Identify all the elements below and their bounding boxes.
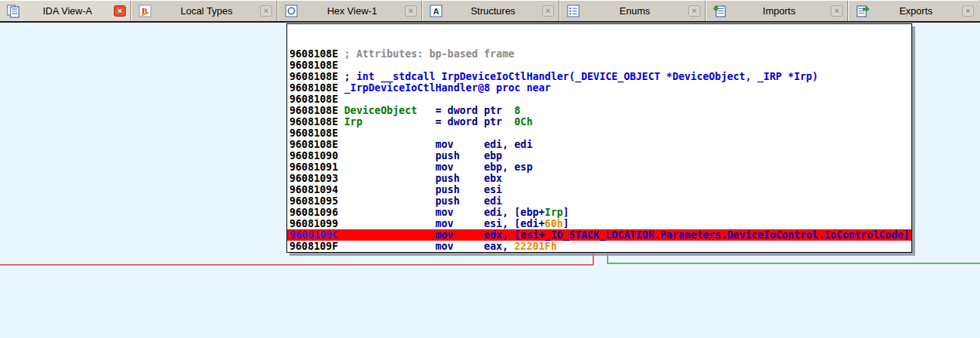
asm-segment: = dword ptr — [363, 116, 515, 128]
asm-line[interactable]: 96081095 push edi — [289, 195, 911, 207]
enums-icon — [566, 4, 581, 19]
asm-segment: push esi — [338, 184, 503, 195]
asm-line[interactable]: 96081093 push ebx — [289, 173, 911, 184]
asm-line[interactable]: 9608108E Irp = dword ptr 0Ch — [289, 116, 911, 128]
asm-line[interactable]: 96081090 push ebp — [289, 150, 911, 161]
tab-imports[interactable]: Imports × — [706, 0, 848, 21]
tab-exports[interactable]: Exports × — [848, 0, 978, 21]
asm-segment: 96081099 — [289, 218, 338, 229]
asm-segment: 9608108E — [289, 82, 338, 94]
tab-local-types[interactable]: B Local Types × — [131, 0, 277, 21]
asm-segment: 8 — [514, 105, 520, 116]
local-types-icon: B — [138, 4, 153, 19]
close-icon[interactable]: × — [405, 5, 417, 17]
tab-label: Hex View-1 — [299, 5, 405, 17]
tab-bar: IDA View-A × B Local Types × Hex View-1 … — [0, 0, 980, 23]
asm-segment: mov esi, [edi+ — [338, 218, 545, 229]
asm-line[interactable]: 9608108E DeviceObject = dword ptr 8 — [289, 105, 911, 116]
asm-line[interactable]: 96081096 mov edi, [ebp+Irp] — [289, 207, 911, 218]
asm-segment: DeviceObject — [345, 105, 418, 116]
asm-segment: 9608108E — [289, 139, 338, 150]
asm-segment: mov edi, [ebp+ — [338, 207, 545, 218]
asm-line[interactable]: 9608108E _IrpDeviceIoCtlHandler@8 proc n… — [289, 82, 911, 94]
tab-label: IDA View-A — [21, 5, 114, 17]
asm-segment: 96081095 — [289, 195, 338, 207]
graph-edge-true-branch-horizontal — [607, 263, 980, 264]
asm-segment: Irp — [545, 207, 563, 218]
asm-segment: mov eax, — [338, 241, 515, 252]
asm-segment: 9608108E — [289, 60, 338, 71]
asm-segment: 9608108E — [289, 116, 338, 128]
asm-segment: 60h — [545, 218, 563, 229]
asm-segment: Irp — [345, 116, 363, 128]
close-icon[interactable]: × — [114, 5, 126, 17]
asm-line[interactable]: 9608108E — [289, 94, 911, 105]
close-icon[interactable]: × — [542, 5, 554, 17]
asm-segment — [338, 116, 345, 128]
tab-hex-view-1[interactable]: Hex View-1 × — [277, 0, 422, 21]
structures-icon: A — [429, 4, 444, 19]
asm-line[interactable]: 9608108E ; int __stdcall IrpDeviceIoCtlH… — [289, 71, 911, 82]
asm-segment: 96081091 — [289, 161, 338, 173]
asm-segment: push edi — [338, 195, 503, 207]
asm-segment: cmp edx, eax — [338, 252, 533, 253]
asm-line[interactable]: 960810A4 cmp edx, eax — [289, 252, 911, 253]
graph-node-basic-block[interactable]: 9608108E ; Attributes: bp-based frame960… — [286, 23, 912, 253]
asm-line[interactable]: 9608108E — [289, 60, 911, 71]
asm-segment: ] — [563, 207, 569, 218]
asm-segment: ; int __stdcall IrpDeviceIoCtlHandler(_D… — [338, 71, 819, 82]
asm-segment: 96081093 — [289, 173, 338, 184]
graph-view-canvas[interactable]: 9608108E ; Attributes: bp-based frame960… — [0, 23, 980, 338]
tab-label: Local Types — [153, 5, 260, 17]
asm-segment: 9608108E — [289, 94, 338, 105]
asm-segment: mov edx, [esi+_IO_STACK_LOCATION.Paramet… — [338, 229, 910, 241]
close-icon[interactable]: × — [260, 5, 272, 17]
disassembly-lines: 9608108E ; Attributes: bp-based frame960… — [289, 48, 911, 253]
asm-segment: 9608109C — [289, 229, 338, 241]
tab-ida-view-a[interactable]: IDA View-A × — [0, 0, 131, 21]
ida-view-icon — [6, 4, 21, 19]
tab-label: Exports — [870, 5, 962, 17]
asm-segment: 96081096 — [289, 207, 338, 218]
asm-segment: 960810A4 — [289, 252, 338, 253]
tab-enums[interactable]: Enums × — [559, 0, 706, 21]
asm-line[interactable]: 9608108E ; Attributes: bp-based frame — [289, 48, 911, 60]
asm-segment: mov edi, edi — [338, 139, 533, 150]
asm-line[interactable]: 9608108E mov edi, edi — [289, 139, 911, 150]
asm-line[interactable]: 96081099 mov esi, [edi+60h] — [289, 218, 911, 229]
asm-segment: 96081094 — [289, 184, 338, 195]
svg-text:A: A — [433, 6, 439, 15]
asm-segment: = dword ptr — [417, 105, 514, 116]
asm-segment: ; Attributes: bp-based frame — [338, 48, 515, 60]
asm-line[interactable]: 96081094 push esi — [289, 184, 911, 195]
imports-icon — [712, 4, 727, 19]
tab-label: Enums — [581, 5, 688, 17]
asm-segment: mov ebp, esp — [338, 161, 533, 173]
asm-segment: 9608108E — [289, 48, 338, 60]
asm-line[interactable]: 9608108E — [289, 128, 911, 139]
asm-segment: 9608108E — [289, 105, 338, 116]
close-icon[interactable]: × — [831, 5, 843, 17]
asm-segment: 9608108E — [289, 71, 338, 82]
close-icon[interactable]: × — [688, 5, 700, 17]
hex-view-icon — [284, 4, 299, 19]
asm-segment: 0Ch — [514, 116, 532, 128]
asm-line-highlighted[interactable]: 9608109C mov edx, [esi+_IO_STACK_LOCATIO… — [287, 229, 911, 241]
close-icon[interactable]: × — [962, 5, 974, 17]
exports-icon — [855, 4, 870, 19]
asm-line[interactable]: 96081091 mov ebp, esp — [289, 161, 911, 173]
asm-segment: 22201Fh — [514, 241, 556, 252]
asm-segment: ] — [563, 218, 569, 229]
asm-segment — [338, 105, 345, 116]
asm-segment: push ebp — [338, 150, 503, 161]
asm-segment: 9608109F — [289, 241, 338, 252]
graph-edge-false-branch-horizontal — [0, 264, 594, 266]
tab-structures[interactable]: A Structures × — [422, 0, 559, 21]
tab-label: Imports — [727, 5, 831, 17]
asm-segment: 9608108E — [289, 128, 338, 139]
asm-segment: push ebx — [338, 173, 503, 184]
asm-line[interactable]: 9608109F mov eax, 22201Fh — [289, 241, 911, 252]
asm-segment: 96081090 — [289, 150, 338, 161]
asm-segment: _IrpDeviceIoCtlHandler@8 proc near — [338, 82, 551, 94]
tab-label: Structures — [444, 5, 542, 17]
